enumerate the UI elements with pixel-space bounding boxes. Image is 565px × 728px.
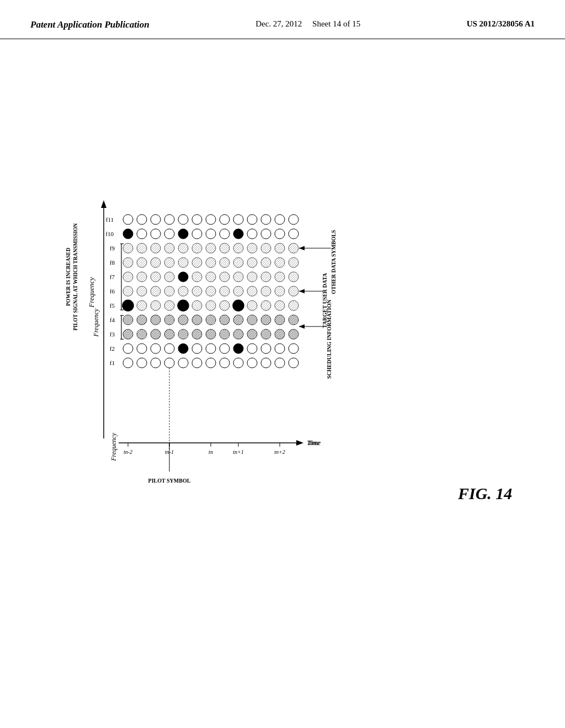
svg-point-53 <box>123 258 133 267</box>
svg-point-87 <box>233 286 243 296</box>
svg-text:f11: f11 <box>106 216 114 223</box>
svg-point-119 <box>137 329 147 339</box>
svg-point-149 <box>192 358 202 368</box>
svg-point-155 <box>275 358 285 368</box>
svg-text:Time: Time <box>307 439 320 447</box>
svg-point-18 <box>178 215 188 224</box>
svg-point-20 <box>206 215 216 224</box>
svg-point-35 <box>233 229 243 239</box>
svg-point-102 <box>261 301 271 311</box>
svg-point-91 <box>289 286 299 296</box>
svg-point-46 <box>206 243 216 253</box>
svg-point-122 <box>178 329 188 339</box>
svg-point-64 <box>275 258 285 267</box>
svg-point-125 <box>220 329 230 339</box>
svg-point-67 <box>137 272 147 282</box>
svg-text:f2: f2 <box>110 345 115 352</box>
svg-text:f1: f1 <box>110 360 115 366</box>
svg-point-44 <box>178 243 188 253</box>
svg-point-143 <box>289 344 299 354</box>
svg-point-93 <box>137 301 147 311</box>
svg-point-145 <box>137 358 147 368</box>
svg-point-128 <box>261 329 271 339</box>
svg-point-135 <box>178 344 188 354</box>
svg-point-40 <box>123 243 133 253</box>
svg-text:f10: f10 <box>105 231 114 237</box>
svg-point-39 <box>289 229 299 239</box>
svg-point-55 <box>151 258 161 267</box>
svg-point-136 <box>192 344 202 354</box>
svg-point-59 <box>206 258 216 267</box>
svg-point-37 <box>261 229 271 239</box>
svg-point-97 <box>192 301 202 311</box>
svg-point-36 <box>247 229 257 239</box>
svg-marker-190 <box>299 289 305 293</box>
svg-point-156 <box>289 358 299 368</box>
svg-point-31 <box>178 229 188 239</box>
svg-point-32 <box>192 229 202 239</box>
svg-point-117 <box>289 315 299 325</box>
svg-point-14 <box>123 215 133 224</box>
svg-point-23 <box>247 215 257 224</box>
svg-text:f3: f3 <box>110 331 115 338</box>
svg-point-41 <box>137 243 147 253</box>
svg-point-15 <box>137 215 147 224</box>
svg-point-103 <box>275 301 285 311</box>
svg-point-84 <box>192 286 202 296</box>
svg-point-108 <box>164 315 174 325</box>
svg-point-63 <box>261 258 271 267</box>
svg-text:OTHER DATA SYMBOLS: OTHER DATA SYMBOLS <box>331 229 337 294</box>
svg-point-85 <box>206 286 216 296</box>
svg-text:f8: f8 <box>110 259 115 266</box>
svg-text:FIG. 14: FIG. 14 <box>457 484 512 502</box>
svg-point-138 <box>220 344 230 354</box>
svg-point-16 <box>151 215 161 224</box>
svg-text:Frequency: Frequency <box>92 308 100 338</box>
svg-point-124 <box>206 329 216 339</box>
svg-point-73 <box>220 272 230 282</box>
svg-point-52 <box>289 243 299 253</box>
svg-point-62 <box>247 258 257 267</box>
svg-point-48 <box>233 243 243 253</box>
svg-point-126 <box>233 329 243 339</box>
svg-point-129 <box>275 329 285 339</box>
svg-point-79 <box>123 286 133 296</box>
svg-marker-8 <box>101 200 106 208</box>
svg-point-142 <box>275 344 285 354</box>
svg-point-27 <box>123 229 133 239</box>
svg-point-42 <box>151 243 161 253</box>
svg-point-86 <box>220 286 230 296</box>
svg-point-77 <box>275 272 285 282</box>
svg-point-154 <box>261 358 271 368</box>
svg-point-70 <box>178 272 188 282</box>
svg-point-60 <box>220 258 230 267</box>
svg-point-99 <box>220 301 230 311</box>
svg-point-22 <box>233 215 243 224</box>
svg-text:f5: f5 <box>110 302 115 309</box>
svg-text:Frequency: Frequency <box>87 277 95 308</box>
svg-text:PILOT SYMBOL: PILOT SYMBOL <box>148 478 191 484</box>
svg-point-45 <box>192 243 202 253</box>
svg-marker-187 <box>299 246 305 250</box>
svg-text:tn-2: tn-2 <box>124 449 132 455</box>
svg-text:f9: f9 <box>110 245 115 251</box>
svg-text:SCHEDULING INFORMATION: SCHEDULING INFORMATION <box>326 299 332 379</box>
svg-point-19 <box>192 215 202 224</box>
svg-point-17 <box>164 215 174 224</box>
svg-point-100 <box>233 300 244 311</box>
svg-point-140 <box>247 344 257 354</box>
svg-point-110 <box>192 315 202 325</box>
svg-point-144 <box>123 358 133 368</box>
svg-text:PILOT SIGNAL AT WHICH TRANSMIS: PILOT SIGNAL AT WHICH TRANSMISSION <box>73 223 78 331</box>
svg-text:f6: f6 <box>110 288 115 295</box>
svg-point-78 <box>289 272 299 282</box>
svg-point-71 <box>192 272 202 282</box>
svg-point-54 <box>137 258 147 267</box>
svg-point-57 <box>178 258 188 267</box>
svg-point-83 <box>178 286 188 296</box>
svg-point-38 <box>275 229 285 239</box>
svg-point-104 <box>289 301 299 311</box>
svg-text:f7: f7 <box>110 274 115 280</box>
header: Patent Application Publication Dec. 27, … <box>0 0 565 39</box>
svg-point-105 <box>123 315 133 325</box>
